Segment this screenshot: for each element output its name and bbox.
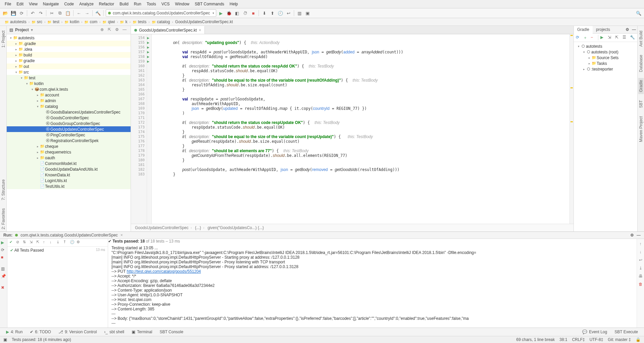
open-icon[interactable]: 📂	[2, 10, 9, 16]
print-icon[interactable]: 🖶	[639, 274, 643, 278]
gradle-tree[interactable]: ▾⬡autotests▾⬡autotests (root)▸📁Source Se…	[574, 42, 637, 231]
run-icon[interactable]: ▶	[218, 10, 224, 16]
show-ignored-icon[interactable]: ⊘	[16, 240, 21, 245]
test-settings-icon[interactable]: ⚙	[77, 240, 82, 245]
run-settings-icon[interactable]: ⚙	[630, 233, 634, 238]
tree-row[interactable]: ▾📁catalog	[7, 103, 131, 109]
breadcrumb-item[interactable]: kotlin	[63, 19, 81, 25]
stop-icon[interactable]: ■	[250, 10, 257, 16]
coverage-icon[interactable]: ◧	[234, 10, 240, 16]
close-tab-icon[interactable]: ×	[199, 28, 201, 33]
gradle-tree-row[interactable]: ▸📁Tasks	[575, 60, 636, 66]
status-git[interactable]: Git: master ‡	[608, 337, 631, 342]
gradle-tree-row[interactable]: ▸⬡:testreporter	[575, 66, 636, 72]
tree-row[interactable]: ⓀGoodsBalancesUpdatesControllerSpec	[7, 109, 131, 115]
tool-tab-maven[interactable]: Maven Project	[638, 114, 644, 144]
tree-row[interactable]: ⓀGoodsUpdatesControllerSpec	[7, 126, 131, 132]
tree-row[interactable]: 📄TestUtils.kt	[7, 183, 131, 189]
collapse-icon[interactable]: ⇱	[108, 27, 113, 33]
copy-icon[interactable]: ⧉	[56, 10, 63, 16]
cut-icon[interactable]: ✂	[48, 10, 55, 16]
refresh-icon[interactable]: ⟳	[18, 10, 25, 16]
tree-row[interactable]: ▾📁src	[7, 69, 131, 75]
tab-event-log[interactable]: 💬Event Log	[579, 329, 610, 335]
tree-row[interactable]: ▸📁gradle	[7, 58, 131, 63]
soft-wrap-icon[interactable]: ↩	[639, 258, 642, 262]
code-editor[interactable]: on( description: "updating goods") { thi…	[152, 34, 569, 224]
tree-row[interactable]: 📄LoginUtils.kt	[7, 178, 131, 183]
tree-row[interactable]: ⓀPingControllerSpec	[7, 132, 131, 138]
menu-item[interactable]: SBT Commands	[193, 1, 226, 7]
error-stripe[interactable]	[569, 34, 573, 224]
tree-row[interactable]: ⓀGoodsGroupControllerSpec	[7, 121, 131, 126]
pin-icon[interactable]: 📌	[1, 274, 6, 279]
menu-item[interactable]: Window	[173, 1, 191, 7]
collapse-all-icon[interactable]: ⇱	[36, 240, 42, 245]
tab-sbt-execute[interactable]: SBT Execute	[611, 329, 641, 335]
vcs-commit-icon[interactable]: ⬆	[269, 10, 276, 16]
tab-gradle[interactable]: Gradle	[574, 26, 593, 34]
menu-item[interactable]: View	[27, 1, 40, 7]
tree-row[interactable]: 📄CommonModel.kt	[7, 161, 131, 166]
menu-item[interactable]: Code	[62, 1, 76, 7]
profile-icon[interactable]: ⏱	[242, 10, 248, 16]
menu-item[interactable]: Edit	[14, 1, 26, 7]
tab-sbt-console[interactable]: SBT Console	[156, 329, 186, 335]
tree-row[interactable]: 📄GoodsUpdateDataAndUtils.kt	[7, 166, 131, 172]
tool-tab-sbt[interactable]: SBT	[638, 98, 644, 110]
tree-row[interactable]: ▾📦com.qiwi.k.tests	[7, 86, 131, 92]
tab-run[interactable]: ▶4: Run	[3, 329, 26, 335]
tab-todo[interactable]: ✔6: TODO	[27, 329, 54, 335]
console-output[interactable]: Testing started at 13:05 ..."C:\Program …	[108, 244, 637, 328]
tree-row[interactable]: ▸📁build	[7, 52, 131, 58]
line-number-gutter[interactable]: 154 155 156 157 158 159 160 161 162 163 …	[131, 34, 147, 224]
tab-terminal[interactable]: ▣Terminal	[128, 329, 155, 335]
menu-item[interactable]: Refactor	[97, 1, 116, 7]
tree-row[interactable]: ⓀRegistrationControllerSpek	[7, 138, 131, 143]
gradle-refresh-icon[interactable]: ⟳	[576, 35, 581, 40]
down-arrow-icon[interactable]: ↓	[640, 250, 642, 254]
tab-vcs[interactable]: ⎇9: Version Control	[55, 329, 100, 335]
menu-item[interactable]: Analyze	[77, 1, 96, 7]
run-hide-icon[interactable]: —	[637, 233, 641, 238]
lock-icon[interactable]: 🔒	[636, 337, 641, 342]
history-icon[interactable]: 🕘	[70, 240, 75, 245]
save-icon[interactable]: 💾	[10, 10, 17, 16]
close-icon[interactable]: ✖	[1, 285, 6, 291]
tool-tab-database[interactable]: Database	[638, 53, 644, 74]
tab-projects[interactable]: projects	[593, 26, 613, 33]
tree-row[interactable]: ▸📁.gradle	[7, 41, 131, 46]
tree-row[interactable]: ▸📁.idea	[7, 46, 131, 52]
breadcrumb-item[interactable]: test	[46, 19, 60, 25]
tree-row[interactable]: ▸📁chequemetrics	[7, 149, 131, 155]
build-icon[interactable]: 🔨	[95, 10, 101, 16]
tree-row[interactable]: ⓀGoodsControllerSpec	[7, 115, 131, 121]
tree-row[interactable]: ▸📁out	[7, 63, 131, 69]
tool-tab-project[interactable]: 1: Project	[1, 29, 6, 50]
menu-item[interactable]: File	[3, 1, 13, 7]
hide-icon[interactable]: —	[123, 27, 128, 33]
breadcrumb-item[interactable]: autotests	[3, 19, 28, 25]
project-structure-icon[interactable]: ▥	[296, 10, 303, 16]
tree-row[interactable]: ▸📁account	[7, 92, 131, 98]
gradle-attach-icon[interactable]: ＋	[583, 35, 589, 40]
paste-icon[interactable]: 📋	[64, 10, 71, 16]
tree-row[interactable]: ▸📁cheque	[7, 143, 131, 149]
tool-tab-gradle[interactable]: Gradle	[638, 78, 644, 94]
breadcrumb-item[interactable]: GoodsUpdatesControllerSpec.kt	[174, 19, 234, 25]
gradle-run-icon[interactable]: ▶	[600, 35, 606, 40]
vcs-update-icon[interactable]: ⬇	[261, 10, 268, 16]
menu-item[interactable]: Tools	[145, 1, 158, 7]
menu-item[interactable]: Help	[228, 1, 240, 7]
breadcrumb-item[interactable]: tests	[131, 19, 148, 25]
breadcrumb-item[interactable]: qiwi	[101, 19, 116, 25]
vcs-revert-icon[interactable]: ↩	[285, 10, 292, 16]
gradle-hide-icon[interactable]: —	[631, 26, 637, 33]
breadcrumb-item[interactable]: src	[30, 19, 44, 25]
gradle-filter-icon[interactable]: ☰	[623, 35, 628, 40]
show-passed-icon[interactable]: ✔	[9, 240, 15, 245]
menu-item[interactable]: Navigate	[41, 1, 61, 7]
rerun-icon[interactable]: ▶	[1, 240, 6, 246]
tool-tab-favorites[interactable]: 2: Favorites	[1, 206, 6, 231]
editor-breadcrumb[interactable]: GoodsUpdatesControllerSpec› {...}› given…	[131, 224, 573, 231]
